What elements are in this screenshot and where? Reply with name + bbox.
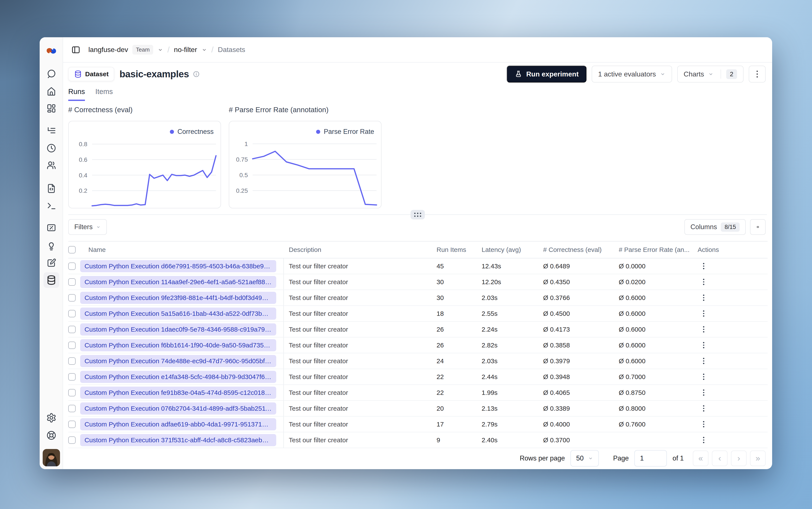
breadcrumb-separator: /	[211, 45, 214, 54]
chart-card: 0.250.50.751Parse Error Rate	[229, 121, 381, 208]
active-evaluators-button[interactable]: 1 active evaluators	[592, 66, 672, 82]
langfuse-logo	[43, 43, 59, 59]
run-name-link[interactable]: Custom Python Execution 076b2704-341d-48…	[80, 402, 276, 414]
row-checkbox[interactable]	[68, 310, 76, 317]
chevron-down-icon[interactable]	[201, 47, 207, 53]
run-name-link[interactable]: Custom Python Execution adfae619-abb0-4d…	[80, 418, 276, 430]
dataset-type-pill: Dataset	[68, 67, 114, 81]
row-checkbox[interactable]	[68, 358, 76, 365]
run-name-link[interactable]: Custom Python Execution f6bb1614-1f90-40…	[80, 339, 276, 351]
sidebar-item-playground[interactable]	[43, 198, 59, 213]
sidebar-item-settings[interactable]	[43, 410, 59, 426]
run-name-link[interactable]: Custom Python Execution 114aa9ef-29e6-4e…	[80, 276, 276, 288]
row-checkbox[interactable]	[68, 389, 76, 396]
run-name-link[interactable]: Custom Python Execution 371f531c-abff-4d…	[80, 434, 276, 446]
row-actions-button[interactable]	[698, 355, 710, 367]
row-checkbox[interactable]	[68, 420, 76, 428]
page-number-input[interactable]: 1	[634, 450, 667, 467]
sidebar-item-tracing[interactable]	[43, 123, 59, 139]
row-actions-button[interactable]	[698, 292, 710, 304]
row-height-button[interactable]	[750, 219, 766, 235]
table-row: Custom Python Execution 076b2704-341d-48…	[68, 401, 768, 416]
legend-dot-icon	[170, 130, 174, 134]
run-experiment-button[interactable]: Run experiment	[507, 66, 586, 82]
breadcrumb-org[interactable]: langfuse-dev	[89, 46, 128, 54]
playground-icon	[46, 200, 57, 211]
column-header-parse-error-rate[interactable]: # Parse Error Rate (an...	[614, 246, 692, 253]
row-actions-button[interactable]	[698, 434, 710, 446]
column-header-correctness[interactable]: # Correctness (eval)	[538, 246, 614, 253]
run-description: Test our filter creator	[284, 294, 432, 302]
column-header-latency[interactable]: Latency (avg)	[477, 246, 538, 253]
sidebar-item-search[interactable]	[43, 66, 59, 82]
run-name-link[interactable]: Custom Python Execution fe91b83e-04a5-47…	[80, 386, 276, 399]
next-page-button[interactable]: ›	[731, 450, 747, 466]
row-actions-button[interactable]	[698, 371, 710, 383]
run-name-link[interactable]: Custom Python Execution 5a15a616-1bab-44…	[80, 308, 276, 320]
breadcrumb-section[interactable]: Datasets	[218, 46, 245, 54]
rows-per-page-select[interactable]: 50	[570, 450, 599, 467]
first-page-button[interactable]: «	[693, 450, 708, 466]
row-checkbox[interactable]	[68, 373, 76, 380]
user-avatar[interactable]	[43, 449, 60, 466]
row-checkbox[interactable]	[68, 405, 76, 412]
sidebar-item-evaluators[interactable]	[43, 238, 59, 253]
sidebar-item-dashboards[interactable]	[43, 101, 59, 116]
row-checkbox[interactable]	[68, 342, 76, 349]
row-checkbox[interactable]	[68, 294, 76, 302]
sidebar-item-home[interactable]	[43, 83, 59, 99]
run-name-link[interactable]: Custom Python Execution 1daec0f9-5e78-43…	[80, 324, 276, 336]
kebab-icon	[703, 389, 704, 396]
row-actions-button[interactable]	[698, 386, 710, 399]
row-checkbox[interactable]	[68, 326, 76, 333]
sidebar-item-scores[interactable]	[43, 220, 59, 236]
charts-toggle-button[interactable]: Charts 2	[677, 66, 744, 82]
row-actions-button[interactable]	[698, 308, 710, 320]
sidebar-item-sessions[interactable]	[43, 140, 59, 156]
more-actions-button[interactable]	[749, 66, 766, 82]
row-checkbox[interactable]	[68, 263, 76, 270]
run-name-link[interactable]: Custom Python Execution e14fa348-5cfc-49…	[80, 371, 276, 383]
tab-runs[interactable]: Runs	[68, 88, 85, 101]
prev-page-button[interactable]: ‹	[712, 450, 728, 466]
support-icon	[46, 430, 57, 441]
row-actions-button[interactable]	[698, 418, 710, 430]
column-header-name[interactable]: Name	[80, 246, 284, 253]
run-name-link[interactable]: Custom Python Execution 9fe23f98-881e-44…	[80, 292, 276, 304]
row-actions-button[interactable]	[698, 276, 710, 288]
breadcrumb-project[interactable]: no-filter	[174, 46, 197, 54]
last-page-button[interactable]: »	[750, 450, 766, 466]
sidebar-item-users[interactable]	[43, 158, 59, 173]
sidebar-item-datasets[interactable]	[43, 272, 59, 288]
row-checkbox[interactable]	[68, 278, 76, 286]
column-header-run-items[interactable]: Run Items	[432, 246, 477, 253]
run-name-link[interactable]: Custom Python Execution 74de488e-ec9d-47…	[80, 355, 276, 367]
resize-grip-handle[interactable]	[411, 210, 425, 219]
row-actions-button[interactable]	[698, 402, 710, 414]
legend-label: Correctness	[177, 128, 214, 136]
sidebar-toggle-icon[interactable]	[69, 43, 83, 57]
page-total-label: of 1	[673, 454, 684, 462]
info-icon[interactable]	[193, 71, 200, 77]
row-actions-button[interactable]	[698, 339, 710, 351]
row-checkbox[interactable]	[68, 436, 76, 444]
select-all-checkbox[interactable]	[68, 246, 76, 253]
sidebar-item-annotations[interactable]	[43, 255, 59, 271]
table-controls: Filters Columns 8/15	[68, 219, 766, 235]
latency-value: 2.82s	[477, 342, 538, 349]
filters-button[interactable]: Filters	[68, 219, 107, 235]
parse-error-rate-value: Ø 0.6000	[614, 294, 692, 302]
tab-items[interactable]: Items	[95, 88, 113, 101]
table-row: Custom Python Execution 74de488e-ec9d-47…	[68, 353, 768, 369]
chevron-down-icon[interactable]	[158, 47, 163, 53]
parse-error-rate-value: Ø 0.0000	[614, 263, 692, 270]
sidebar-item-support[interactable]	[43, 428, 59, 443]
row-actions-button[interactable]	[698, 324, 710, 336]
column-header-description[interactable]: Description	[284, 246, 432, 253]
row-actions-button[interactable]	[698, 260, 710, 272]
run-items-value: 18	[432, 310, 477, 317]
chart-block-1: # Parse Error Rate (annotation)0.250.50.…	[229, 106, 381, 208]
run-name-link[interactable]: Custom Python Execution d66e7991-8595-45…	[80, 260, 276, 272]
sidebar-item-prompts[interactable]	[43, 181, 59, 196]
columns-button[interactable]: Columns 8/15	[684, 219, 746, 235]
